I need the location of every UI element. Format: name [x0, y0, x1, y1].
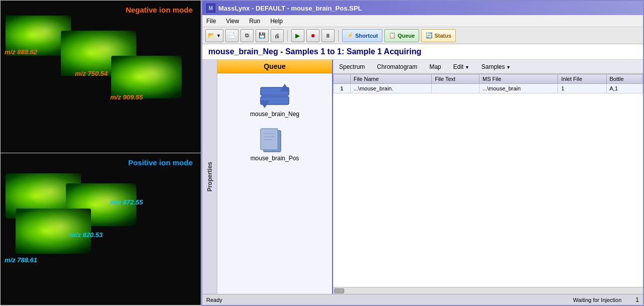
copy-icon: ⧉ — [245, 32, 249, 39]
col-header-num — [334, 74, 351, 84]
queue-icon-pos — [260, 128, 290, 153]
scroll-thumb[interactable] — [334, 288, 344, 293]
play-button[interactable] — [291, 29, 304, 42]
row-num: 1 — [334, 84, 351, 93]
title-bar: M MassLynx - DEFAULT - mouse_brain_Pos.S… — [202, 1, 643, 15]
positive-ion-label: Positive ion mode — [128, 158, 193, 167]
table-empty-area — [333, 93, 643, 287]
status-number: 1 — [635, 296, 639, 303]
save-icon: 💾 — [259, 32, 266, 39]
pause-icon: ⏸ — [325, 33, 331, 39]
data-table: File Name File Text MS File Inlet File B… — [333, 74, 643, 93]
queue-button[interactable]: 📋 Queue — [384, 29, 419, 42]
menu-run[interactable]: Run — [247, 17, 262, 26]
negative-ion-section: Negative ion mode m/z 888.62 m/z 750.54 … — [1, 1, 201, 153]
shortcut-button[interactable]: ⚡ Shortcut — [342, 29, 382, 42]
save-button[interactable]: 💾 — [256, 29, 269, 42]
status-icon: 🔄 — [426, 32, 433, 39]
properties-sidebar: Properties — [202, 60, 217, 294]
mz-label-neg-2: m/z 750.54 — [75, 70, 108, 77]
stop-button[interactable] — [306, 29, 319, 42]
mz-label-pos-2: m/z 820.53 — [70, 231, 103, 239]
main-content: Properties Queue mouse_brain_Neg — [202, 60, 643, 294]
masslynx-window: M MassLynx - DEFAULT - mouse_brain_Pos.S… — [201, 0, 644, 306]
shortcut-icon: ⚡ — [347, 32, 354, 39]
separator-2 — [338, 30, 339, 41]
cell-filetext — [432, 84, 479, 93]
arrows-icon — [260, 83, 290, 109]
open-arrow: ▼ — [216, 33, 221, 38]
menu-view[interactable]: View — [224, 17, 241, 26]
status-bar: Ready Waiting for Injection 1 — [202, 294, 643, 305]
col-header-filename: File Name — [350, 74, 432, 84]
data-menu: Spectrum Chromatogram Map Edit Samples — [333, 60, 643, 74]
col-header-msfile: MS File — [479, 74, 558, 84]
print-button[interactable]: 🖨 — [271, 29, 284, 42]
menu-bar: File View Run Help — [202, 15, 643, 27]
queue-icon-neg — [260, 83, 290, 109]
queue-item-neg-label: mouse_brain_Neg — [250, 111, 299, 118]
new-button[interactable]: 📄 — [225, 29, 238, 42]
col-header-bottle: Bottle — [606, 74, 642, 84]
data-area: Spectrum Chromatogram Map Edit Samples F… — [333, 60, 643, 294]
window-title: MassLynx - DEFAULT - mouse_brain_Pos.SPL — [218, 5, 362, 12]
status-button[interactable]: 🔄 Status — [421, 29, 456, 42]
toolbar: 📂 ▼ 📄 ⧉ 💾 🖨 ⏸ ⚡ Shortcut — [202, 27, 643, 44]
cell-bottle: A,1 — [606, 84, 642, 93]
print-icon: 🖨 — [274, 33, 280, 39]
separator-1 — [287, 30, 288, 41]
menu-help[interactable]: Help — [268, 17, 285, 26]
queue-panel: Queue mouse_brain_Neg — [217, 60, 333, 294]
queue-item-neg[interactable]: mouse_brain_Neg — [250, 83, 299, 118]
pages-icon — [260, 128, 285, 155]
menu-file[interactable]: File — [204, 17, 218, 26]
data-menu-spectrum[interactable]: Spectrum — [337, 62, 367, 71]
svg-rect-5 — [261, 129, 278, 150]
status-label: Status — [434, 33, 451, 39]
open-button[interactable]: 📂 ▼ — [205, 29, 223, 42]
table-row[interactable]: 1 ...\mouse_brain. ...\mouse_brain 1 A,1 — [334, 84, 643, 93]
queue-label: Queue — [397, 33, 415, 39]
queue-header: Queue — [217, 60, 332, 73]
status-header: mouse_brain_Neg - Samples 1 to 1: Sample… — [202, 44, 643, 60]
left-panel: Negative ion mode m/z 888.62 m/z 750.54 … — [0, 0, 201, 306]
queue-item-pos-label: mouse_brain_Pos — [251, 155, 299, 162]
data-menu-map[interactable]: Map — [427, 62, 443, 71]
horizontal-scrollbar[interactable] — [333, 287, 643, 294]
open-icon: 📂 — [208, 32, 215, 39]
stop-icon — [311, 32, 314, 39]
positive-ion-section: Positive ion mode m/z 872.55 m/z 820.53 … — [1, 153, 201, 306]
queue-item-pos[interactable]: mouse_brain_Pos — [251, 128, 299, 162]
new-icon: 📄 — [228, 32, 235, 39]
data-menu-chromatogram[interactable]: Chromatogram — [375, 62, 419, 71]
copy-button[interactable]: ⧉ — [240, 29, 254, 42]
queue-icon: 📋 — [389, 32, 396, 39]
status-header-text: mouse_brain_Neg - Samples 1 to 1: Sample… — [208, 47, 422, 56]
cell-filename: ...\mouse_brain. — [350, 84, 432, 93]
properties-label: Properties — [206, 162, 213, 191]
shortcut-label: Shortcut — [355, 33, 378, 39]
app-icon: M — [206, 4, 215, 13]
data-menu-samples[interactable]: Samples — [479, 62, 513, 71]
mz-label-pos-1: m/z 872.55 — [110, 198, 143, 206]
pause-button[interactable]: ⏸ — [321, 29, 335, 42]
col-header-filetext: File Text — [432, 74, 479, 84]
cell-inletfile: 1 — [558, 84, 606, 93]
play-icon — [295, 32, 300, 39]
negative-ion-label: Negative ion mode — [126, 6, 193, 14]
brain-image-3 — [111, 56, 182, 98]
status-ready-text: Ready — [206, 297, 569, 303]
mz-label-neg-3: m/z 909.55 — [110, 93, 143, 101]
col-header-inletfile: Inlet File — [558, 74, 606, 84]
status-waiting-text: Waiting for Injection — [573, 297, 631, 303]
mz-label-neg-1: m/z 888.62 — [5, 48, 37, 56]
data-menu-edit[interactable]: Edit — [451, 62, 471, 71]
mz-label-pos-3: m/z 788.61 — [5, 256, 37, 264]
cell-msfile: ...\mouse_brain — [479, 84, 558, 93]
